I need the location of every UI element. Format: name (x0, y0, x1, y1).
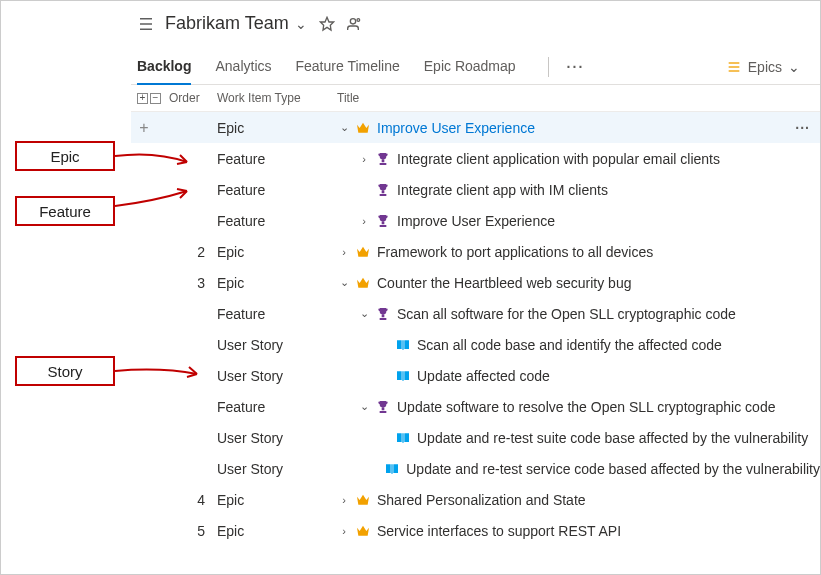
trophy-icon (375, 182, 391, 198)
work-item-title: Service interfaces to support REST API (377, 523, 621, 539)
chevron-right-icon[interactable]: › (357, 215, 371, 227)
collapse-all-button[interactable]: − (150, 93, 161, 104)
callout-story: Story (15, 356, 115, 386)
row-order: 4 (169, 492, 217, 508)
row-work-item-type: User Story (217, 430, 337, 446)
backlog-icon (137, 15, 155, 33)
backlog-row[interactable]: 3Epic⌄Counter the Heartbleed web securit… (131, 267, 820, 298)
row-work-item-type: Epic (217, 523, 337, 539)
row-work-item-type: Epic (217, 120, 337, 136)
tabs-more-button[interactable]: ··· (563, 59, 589, 75)
work-item-title: Update and re-test service code based af… (406, 461, 820, 477)
backlog-row[interactable]: Feature⌄Scan all software for the Open S… (131, 298, 820, 329)
backlog-row[interactable]: Feature⌄Update software to resolve the O… (131, 391, 820, 422)
star-icon[interactable] (319, 16, 335, 32)
row-order: 3 (169, 275, 217, 291)
column-order[interactable]: Order (169, 91, 217, 105)
row-title-cell: ›Integrate client application with popul… (337, 151, 820, 167)
row-work-item-type: Feature (217, 182, 337, 198)
backlog-row[interactable]: 5Epic›Service interfaces to support REST… (131, 515, 820, 546)
tab-analytics[interactable]: Analytics (215, 50, 271, 84)
chevron-down-icon[interactable]: ⌄ (357, 307, 371, 320)
work-item-title: Integrate client app with IM clients (397, 182, 608, 198)
work-item-title: Update affected code (417, 368, 550, 384)
backlog-row[interactable]: User StoryUpdate affected code (131, 360, 820, 391)
row-title-cell: ›Service interfaces to support REST API (337, 523, 820, 539)
backlog-level-selector[interactable]: Epics ⌄ (726, 59, 800, 75)
row-work-item-type: User Story (217, 461, 337, 477)
expand-all-button[interactable]: + (137, 93, 148, 104)
people-icon[interactable] (347, 16, 363, 32)
tab-bar: Backlog Analytics Feature Timeline Epic … (131, 40, 820, 85)
row-title-cell: Scan all code base and identify the affe… (337, 337, 820, 353)
level-selector-label: Epics (748, 59, 782, 75)
row-context-menu[interactable]: ··· (795, 120, 810, 136)
backlog-row[interactable]: Feature›Integrate client application wit… (131, 143, 820, 174)
tab-divider (548, 57, 549, 77)
trophy-icon (375, 306, 391, 322)
work-item-title: Framework to port applications to all de… (377, 244, 653, 260)
row-title-cell: ⌄Update software to resolve the Open SLL… (337, 399, 820, 415)
row-work-item-type: Feature (217, 151, 337, 167)
row-work-item-type: Feature (217, 306, 337, 322)
backlog-row[interactable]: User StoryUpdate and re-test service cod… (131, 453, 820, 484)
column-title[interactable]: Title (337, 91, 820, 105)
backlog-row[interactable]: User StoryScan all code base and identif… (131, 329, 820, 360)
backlog-row[interactable]: 4Epic›Shared Personalization and State (131, 484, 820, 515)
tab-backlog[interactable]: Backlog (137, 50, 191, 84)
row-work-item-type: Epic (217, 244, 337, 260)
svg-marker-6 (320, 17, 333, 30)
tab-epic-roadmap[interactable]: Epic Roadmap (424, 50, 516, 84)
work-item-title: Improve User Experience (397, 213, 555, 229)
backlog-rows: +Epic⌄Improve User Experience···Feature›… (131, 112, 820, 546)
work-item-title: Counter the Heartbleed web security bug (377, 275, 631, 291)
crown-icon (355, 492, 371, 508)
backlog-row[interactable]: Feature›Improve User Experience (131, 205, 820, 236)
backlog-row[interactable]: User StoryUpdate and re-test suite code … (131, 422, 820, 453)
work-item-title: Scan all software for the Open SLL crypt… (397, 306, 736, 322)
work-item-title: Scan all code base and identify the affe… (417, 337, 722, 353)
backlog-row[interactable]: 2Epic›Framework to port applications to … (131, 236, 820, 267)
chevron-down-icon[interactable]: ⌄ (357, 400, 371, 413)
svg-point-7 (350, 18, 355, 23)
row-work-item-type: User Story (217, 337, 337, 353)
column-work-item-type[interactable]: Work Item Type (217, 91, 337, 105)
backlog-row[interactable]: +Epic⌄Improve User Experience··· (131, 112, 820, 143)
team-title[interactable]: Fabrikam Team (165, 13, 289, 34)
add-work-item-button[interactable]: + (137, 121, 151, 135)
tab-feature-timeline[interactable]: Feature Timeline (296, 50, 400, 84)
chevron-right-icon[interactable]: › (357, 153, 371, 165)
row-work-item-type: Epic (217, 492, 337, 508)
row-title-cell: ⌄Counter the Heartbleed web security bug (337, 275, 820, 291)
chevron-right-icon[interactable]: › (337, 494, 351, 506)
row-work-item-type: Feature (217, 399, 337, 415)
callout-epic: Epic (15, 141, 115, 171)
backlog-row[interactable]: FeatureIntegrate client app with IM clie… (131, 174, 820, 205)
row-work-item-type: Epic (217, 275, 337, 291)
work-item-title: Shared Personalization and State (377, 492, 586, 508)
row-title-cell: Integrate client app with IM clients (337, 182, 820, 198)
row-work-item-type: Feature (217, 213, 337, 229)
crown-icon (355, 523, 371, 539)
crown-icon (355, 275, 371, 291)
chevron-down-icon[interactable]: ⌄ (295, 16, 307, 32)
trophy-icon (375, 151, 391, 167)
callout-feature: Feature (15, 196, 115, 226)
row-title-cell: Update and re-test suite code base affec… (337, 430, 820, 446)
work-item-title: Update and re-test suite code base affec… (417, 430, 808, 446)
book-icon (384, 461, 400, 477)
row-work-item-type: User Story (217, 368, 337, 384)
work-item-title[interactable]: Improve User Experience (377, 120, 535, 136)
trophy-icon (375, 399, 391, 415)
chevron-right-icon[interactable]: › (337, 525, 351, 537)
chevron-down-icon[interactable]: ⌄ (337, 121, 351, 134)
row-title-cell: ⌄Scan all software for the Open SLL cryp… (337, 306, 820, 322)
row-title-cell: Update affected code (337, 368, 820, 384)
trophy-icon (375, 213, 391, 229)
row-title-cell: ›Shared Personalization and State (337, 492, 820, 508)
svg-point-8 (357, 18, 360, 21)
chevron-right-icon[interactable]: › (337, 246, 351, 258)
book-icon (395, 368, 411, 384)
epic-level-icon (726, 59, 742, 75)
chevron-down-icon[interactable]: ⌄ (337, 276, 351, 289)
